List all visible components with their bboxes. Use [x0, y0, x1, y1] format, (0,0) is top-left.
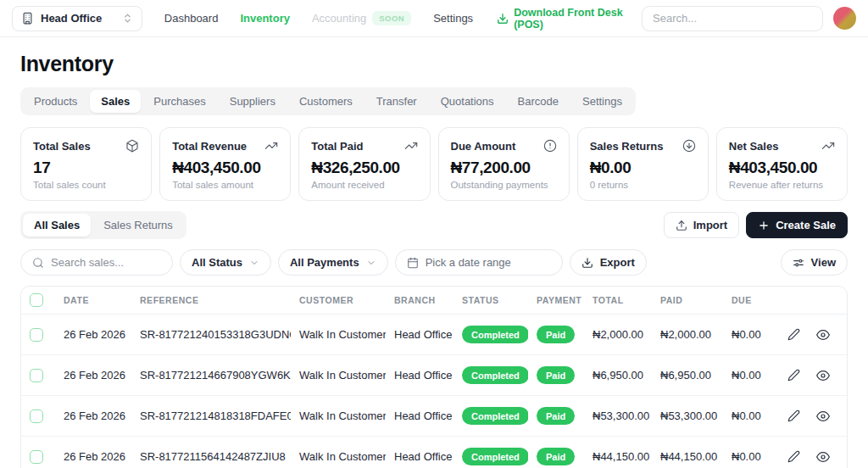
row-checkbox[interactable]: [30, 328, 43, 342]
payment-badge: Paid: [537, 407, 575, 425]
download-icon: [581, 257, 593, 269]
nav-dashboard[interactable]: Dashboard: [164, 12, 219, 25]
nav-inventory[interactable]: Inventory: [240, 12, 290, 25]
topbar: Head Office Dashboard Inventory Accounti…: [0, 0, 868, 37]
stat-card-total-paid: Total Paid ₦326,250.00 Amount received: [298, 127, 430, 201]
download-pos-link[interactable]: Download Front Desk (POS): [497, 7, 642, 31]
tab-sales[interactable]: Sales: [90, 90, 141, 113]
export-button[interactable]: Export: [570, 249, 647, 276]
col-customer: Customer: [291, 287, 386, 315]
nav-settings[interactable]: Settings: [433, 12, 473, 25]
edit-icon[interactable]: [787, 369, 800, 382]
cell-reference: SR-817721240153318G3UDNO: [131, 315, 291, 355]
cell-branch: Head Office: [386, 315, 453, 355]
stat-sub: Outstanding payments: [451, 180, 557, 190]
stat-label: Due Amount: [451, 140, 516, 153]
import-label: Import: [693, 219, 727, 231]
status-badge: Completed: [462, 407, 528, 425]
stat-value: ₦403,450.00: [172, 159, 278, 177]
date-range-placeholder: Pick a date range: [426, 256, 511, 269]
view-eye-icon[interactable]: [816, 410, 830, 423]
view-eye-icon[interactable]: [816, 328, 830, 342]
avatar[interactable]: [833, 7, 856, 30]
cell-date: 26 Feb 2026: [55, 315, 131, 355]
cell-customer: Walk In Customers: [291, 315, 386, 355]
view-eye-icon[interactable]: [816, 450, 830, 464]
tab-settings[interactable]: Settings: [571, 90, 633, 113]
tab-purchases[interactable]: Purchases: [142, 90, 216, 113]
cell-paid: ₦2,000.00: [652, 315, 723, 355]
stat-sub: 0 returns: [590, 180, 696, 190]
date-range-picker[interactable]: Pick a date range: [395, 249, 563, 276]
tab-barcode[interactable]: Barcode: [507, 90, 570, 113]
col-status: Status: [453, 287, 528, 315]
stat-card-total-sales: Total Sales 17 Total sales count: [20, 127, 152, 201]
calendar-icon: [407, 257, 419, 269]
cell-total: ₦6,950.00: [584, 355, 652, 396]
col-total: Total: [584, 287, 652, 315]
subtab-sales-returns[interactable]: Sales Returns: [92, 214, 184, 237]
table-row: 26 Feb 2026 SR-817721214667908YGW6KM Wal…: [21, 355, 847, 396]
row-checkbox[interactable]: [30, 369, 43, 382]
row-checkbox[interactable]: [30, 450, 43, 464]
tab-transfer[interactable]: Transfer: [365, 90, 428, 113]
cell-customer: Walk In Customers: [291, 437, 386, 468]
select-all-checkbox[interactable]: [30, 293, 43, 307]
status-badge: Completed: [462, 448, 528, 465]
cell-customer: Walk In Customers: [291, 396, 386, 437]
col-due: Due: [723, 287, 782, 315]
branch-label: Head Office: [41, 12, 115, 25]
stat-label: Total Paid: [311, 140, 363, 153]
cell-branch: Head Office: [386, 437, 453, 468]
view-label: View: [811, 256, 836, 269]
status-filter[interactable]: All Status: [180, 249, 271, 276]
stat-sub: Total sales amount: [172, 180, 278, 190]
cell-reference: SR-817721214667908YGW6KM: [131, 355, 291, 396]
tab-customers[interactable]: Customers: [288, 90, 364, 113]
cell-paid: ₦6,950.00: [652, 355, 723, 396]
sales-subtabbar: All Sales Sales Returns: [20, 211, 186, 239]
payments-filter[interactable]: All Payments: [278, 249, 388, 276]
stat-sub: Total sales count: [33, 180, 139, 190]
alert-circle-icon: [543, 139, 557, 153]
cell-reference: SR-8177211564142487ZJIU8: [131, 437, 291, 468]
table-row: 26 Feb 2026 SR-817721240153318G3UDNO Wal…: [21, 315, 847, 355]
payment-badge: Paid: [537, 326, 575, 343]
cell-total: ₦2,000.00: [584, 315, 652, 355]
page-title: Inventory: [20, 52, 848, 76]
table-header-row: Date Reference Customer Branch Status Pa…: [21, 287, 847, 315]
tab-suppliers[interactable]: Suppliers: [219, 90, 287, 113]
edit-icon[interactable]: [787, 450, 800, 463]
chevron-down-icon: [366, 258, 376, 268]
stat-value: ₦0.00: [590, 159, 696, 177]
cell-date: 26 Feb 2026: [55, 437, 131, 468]
table-row: 26 Feb 2026 SR-817721214818318FDAFE0 Wal…: [21, 396, 847, 437]
view-eye-icon[interactable]: [816, 369, 830, 382]
sales-search-input[interactable]: [51, 256, 161, 269]
cell-due: ₦0.00: [723, 396, 782, 437]
stat-sub: Revenue after returns: [729, 180, 835, 190]
tab-products[interactable]: Products: [23, 90, 88, 113]
create-sale-button[interactable]: Create Sale: [746, 212, 848, 238]
payment-badge: Paid: [537, 366, 575, 384]
stat-sub: Amount received: [311, 180, 417, 190]
stat-label: Net Sales: [729, 140, 779, 153]
topbar-right: [642, 6, 856, 31]
branch-selector[interactable]: Head Office: [12, 6, 142, 31]
import-button[interactable]: Import: [664, 212, 739, 238]
sales-actions: Import Create Sale: [664, 212, 848, 238]
global-search-input[interactable]: [642, 6, 823, 31]
edit-icon[interactable]: [787, 328, 800, 341]
soon-badge: SOON: [372, 11, 411, 25]
view-button[interactable]: View: [781, 249, 848, 276]
nav-accounting: Accounting SOON: [312, 11, 411, 25]
package-icon: [125, 139, 139, 153]
row-checkbox[interactable]: [30, 410, 43, 423]
col-branch: Branch: [386, 287, 453, 315]
chevron-down-icon: [249, 258, 259, 268]
main-content: Inventory Products Sales Purchases Suppl…: [0, 52, 868, 468]
cell-branch: Head Office: [386, 396, 453, 437]
subtab-all-sales[interactable]: All Sales: [23, 214, 91, 237]
tab-quotations[interactable]: Quotations: [430, 90, 505, 113]
edit-icon[interactable]: [787, 410, 800, 422]
